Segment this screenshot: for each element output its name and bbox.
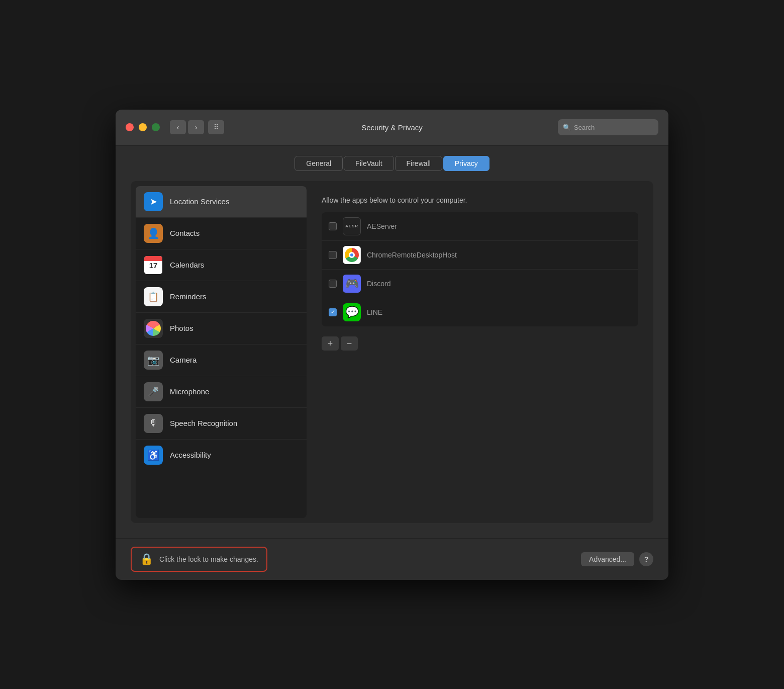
tab-filevault[interactable]: FileVault — [344, 156, 394, 171]
app-row-aeserver: AESR AEServer — [322, 212, 638, 241]
discord-icon: 🎮 — [343, 275, 361, 293]
discord-name: Discord — [367, 280, 390, 288]
reminders-icon: 📋 — [144, 287, 163, 306]
sidebar-item-location-services[interactable]: Location Services — [136, 186, 307, 218]
calendars-icon: 17 — [144, 255, 163, 275]
nav-buttons: ‹ › — [170, 120, 204, 134]
content-area: General FileVault Firewall Privacy Locat… — [116, 146, 668, 538]
app-row-chrome: ChromeRemoteDesktopHost — [322, 241, 638, 270]
sidebar-item-reminders[interactable]: 📋 Reminders — [136, 281, 307, 313]
apps-list: AESR AEServer ChromeRemoteDesktopHost — [322, 212, 638, 326]
microphone-icon: 🎤 — [144, 382, 163, 401]
system-preferences-window: ‹ › ⠿ Security & Privacy 🔍 Search Genera… — [116, 110, 668, 580]
sidebar-label-microphone: Microphone — [170, 387, 209, 396]
right-panel-description: Allow the apps below to control your com… — [322, 196, 638, 204]
traffic-lights — [126, 123, 160, 131]
tabs: General FileVault Firewall Privacy — [131, 156, 653, 171]
app-row-line: 💬 LINE — [322, 298, 638, 326]
right-panel: Allow the apps below to control your com… — [312, 186, 648, 518]
help-button[interactable]: ? — [639, 552, 653, 566]
accessibility-icon: ♿ — [144, 446, 163, 465]
search-icon: 🔍 — [563, 124, 571, 131]
sidebar-label-calendars: Calendars — [170, 261, 204, 269]
photos-icon — [144, 319, 163, 338]
sidebar-label-reminders: Reminders — [170, 292, 207, 301]
maximize-button[interactable] — [152, 123, 160, 131]
add-remove-buttons: + − — [322, 336, 638, 351]
bottom-right: Advanced... ? — [581, 552, 653, 566]
tab-privacy[interactable]: Privacy — [443, 156, 489, 171]
lock-label: Click the lock to make changes. — [159, 555, 258, 563]
bottom-bar: 🔒 Click the lock to make changes. Advanc… — [116, 538, 668, 580]
sidebar-label-camera: Camera — [170, 356, 197, 364]
discord-checkbox[interactable] — [329, 280, 337, 288]
camera-icon: 📷 — [144, 351, 163, 370]
grid-button[interactable]: ⠿ — [208, 120, 224, 134]
titlebar: ‹ › ⠿ Security & Privacy 🔍 Search — [116, 110, 668, 146]
sidebar-item-speech-recognition[interactable]: 🎙 Speech Recognition — [136, 408, 307, 440]
sidebar-item-accessibility[interactable]: ♿ Accessibility — [136, 440, 307, 471]
sidebar-item-photos[interactable]: Photos — [136, 313, 307, 344]
advanced-button[interactable]: Advanced... — [581, 552, 634, 566]
close-button[interactable] — [126, 123, 134, 131]
line-name: LINE — [367, 308, 382, 316]
sidebar-label-accessibility: Accessibility — [170, 451, 211, 459]
remove-app-button[interactable]: − — [341, 336, 358, 351]
sidebar-label-speech-recognition: Speech Recognition — [170, 419, 237, 427]
window-title: Security & Privacy — [361, 123, 423, 132]
lock-button[interactable]: 🔒 Click the lock to make changes. — [131, 547, 267, 572]
aeserver-icon: AESR — [343, 217, 361, 235]
chrome-remote-icon — [343, 246, 361, 264]
chrome-checkbox[interactable] — [329, 251, 337, 259]
lock-icon: 🔒 — [140, 553, 153, 566]
tab-firewall[interactable]: Firewall — [395, 156, 442, 171]
line-checkbox[interactable] — [329, 308, 337, 316]
minimize-button[interactable] — [139, 123, 147, 131]
contacts-icon: 👤 — [144, 224, 163, 243]
tab-general[interactable]: General — [295, 156, 343, 171]
aeserver-name: AEServer — [367, 222, 397, 230]
sidebar-label-contacts: Contacts — [170, 229, 200, 237]
sidebar-item-camera[interactable]: 📷 Camera — [136, 344, 307, 376]
search-bar[interactable]: 🔍 Search — [558, 119, 658, 135]
sidebar: Location Services 👤 Contacts 17 — [136, 186, 307, 518]
forward-button[interactable]: › — [188, 120, 204, 134]
location-services-icon — [144, 192, 163, 211]
add-app-button[interactable]: + — [322, 336, 339, 351]
aeserver-checkbox[interactable] — [329, 222, 337, 230]
search-placeholder: Search — [574, 124, 595, 131]
sidebar-item-calendars[interactable]: 17 Calendars — [136, 249, 307, 281]
chrome-remote-name: ChromeRemoteDesktopHost — [367, 251, 457, 259]
sidebar-item-contacts[interactable]: 👤 Contacts — [136, 218, 307, 249]
app-row-discord: 🎮 Discord — [322, 270, 638, 298]
back-button[interactable]: ‹ — [170, 120, 186, 134]
sidebar-label-location-services: Location Services — [170, 197, 229, 206]
sidebar-label-photos: Photos — [170, 324, 193, 332]
main-panel: Location Services 👤 Contacts 17 — [131, 181, 653, 523]
sidebar-item-microphone[interactable]: 🎤 Microphone — [136, 376, 307, 408]
line-icon: 💬 — [343, 303, 361, 321]
speech-recognition-icon: 🎙 — [144, 414, 163, 433]
